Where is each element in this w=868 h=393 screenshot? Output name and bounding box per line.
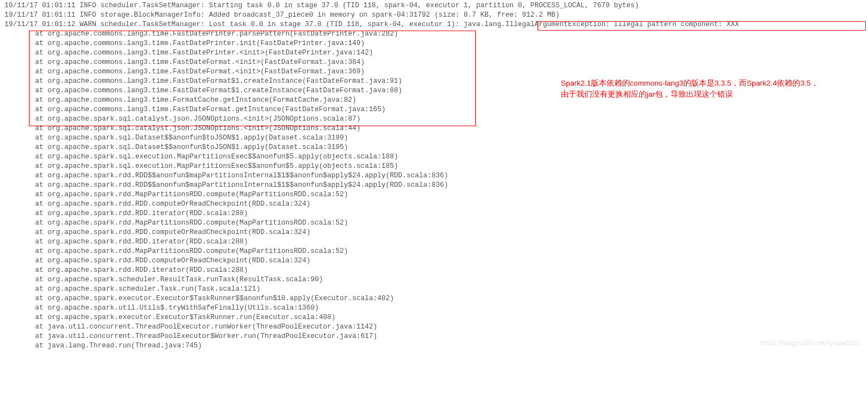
stack-trace-line: at org.apache.spark.sql.Dataset$$anonfun… — [4, 133, 864, 143]
annotation-line: 由于我们没有更换相应的jar包，导致出现这个错误 — [561, 89, 861, 100]
annotation-text: Spark2.1版本依赖的commons-lang3的版本是3.3.5，而Spa… — [561, 78, 861, 100]
stack-trace-line: at org.apache.spark.rdd.RDD$$anonfun$map… — [4, 181, 864, 190]
highlight-exception — [537, 21, 866, 31]
stack-trace-line: at java.util.concurrent.ThreadPoolExecut… — [4, 322, 864, 332]
log-line: 19/11/17 01:01:11 INFO storage.BlockMana… — [4, 11, 864, 20]
stack-trace-line: at org.apache.spark.rdd.RDD$$anonfun$map… — [4, 171, 864, 181]
stack-trace-line: at org.apache.spark.rdd.RDD.computeOrRea… — [4, 200, 864, 209]
log-line: 19/11/17 01:01:11 INFO scheduler.TaskSet… — [4, 1, 864, 11]
stack-trace-line: at java.lang.Thread.run(Thread.java:745) — [4, 341, 864, 351]
stack-trace-line: at org.apache.spark.rdd.MapPartitionsRDD… — [4, 218, 864, 228]
stack-trace-line: at org.apache.spark.rdd.RDD.iterator(RDD… — [4, 266, 864, 275]
stack-trace-line: at org.apache.spark.util.Utils$.tryWithS… — [4, 304, 864, 313]
stack-trace-line: at org.apache.spark.sql.execution.MapPar… — [4, 152, 864, 162]
highlight-stacktrace — [29, 31, 476, 126]
watermark: https://blog.csdn.net/liyaya0201 — [760, 338, 861, 347]
stack-trace-line: at java.util.concurrent.ThreadPoolExecut… — [4, 332, 864, 341]
stack-trace-line: at org.apache.spark.rdd.RDD.iterator(RDD… — [4, 209, 864, 218]
stack-trace-line: at org.apache.spark.rdd.RDD.computeOrRea… — [4, 256, 864, 266]
stack-trace-line: at org.apache.spark.rdd.MapPartitionsRDD… — [4, 190, 864, 200]
stack-trace-line: at org.apache.spark.rdd.RDD.iterator(RDD… — [4, 237, 864, 247]
stack-trace-line: at org.apache.spark.sql.Dataset$$anonfun… — [4, 143, 864, 152]
stack-trace-line: at org.apache.spark.rdd.MapPartitionsRDD… — [4, 247, 864, 256]
stack-trace-line: at org.apache.spark.scheduler.Task.run(T… — [4, 285, 864, 294]
stack-trace-line: at org.apache.spark.scheduler.ResultTask… — [4, 275, 864, 285]
stack-trace-line: at org.apache.spark.rdd.RDD.computeOrRea… — [4, 228, 864, 237]
stack-trace-line: at org.apache.spark.executor.Executor$Ta… — [4, 294, 864, 304]
stack-trace-line: at org.apache.spark.sql.execution.MapPar… — [4, 162, 864, 171]
stack-trace-line: at org.apache.spark.executor.Executor$Ta… — [4, 313, 864, 322]
annotation-line: Spark2.1版本依赖的commons-lang3的版本是3.3.5，而Spa… — [561, 78, 861, 89]
